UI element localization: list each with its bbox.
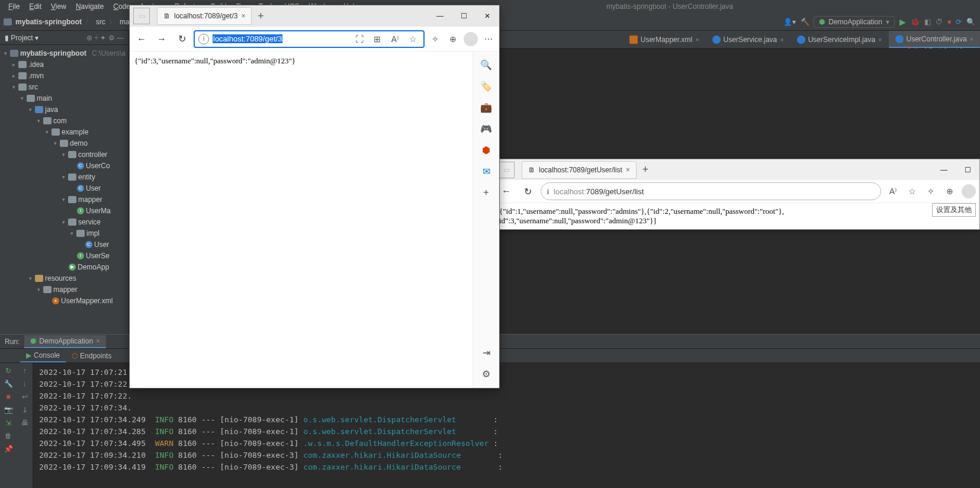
hammer-icon[interactable]: 🔨: [801, 18, 809, 26]
collections-icon[interactable]: ⊕: [446, 32, 460, 46]
browser2-tab[interactable]: 🗎localhost:7089/getUser/list×: [522, 161, 637, 179]
run-tab-demoapp[interactable]: ⬢DemoApplication×: [24, 335, 106, 348]
run-config-selector[interactable]: ⬢ DemoApplication ▾: [814, 16, 895, 28]
close-icon[interactable]: ×: [626, 166, 630, 174]
settings-icon[interactable]: ⚙: [479, 367, 493, 381]
tree-user[interactable]: CUser: [0, 182, 128, 194]
user-icon[interactable]: 👤▾: [783, 18, 796, 26]
project-header[interactable]: ▮ Project ▾ ⊕ ÷ ✦ ⚙ —: [0, 31, 128, 45]
menu-navigate[interactable]: Navigate: [72, 1, 107, 12]
outlook-icon[interactable]: ✉: [479, 164, 493, 178]
read-aloud-icon[interactable]: A⁾: [388, 32, 402, 46]
camera-icon[interactable]: 📷: [4, 406, 13, 414]
tab-actions-button[interactable]: ▭: [498, 162, 515, 178]
minimize-button[interactable]: —: [428, 7, 452, 25]
console-tab[interactable]: ▶Console: [20, 349, 66, 362]
profile-button[interactable]: ⏱: [936, 18, 943, 26]
tree-demo[interactable]: ▾demo: [0, 137, 128, 149]
shopping-icon[interactable]: 🏷️: [479, 79, 493, 93]
tab-userservice[interactable]: UserService.java×: [706, 31, 791, 48]
tree-service[interactable]: ▾service: [0, 216, 128, 227]
close-icon[interactable]: ×: [878, 36, 882, 43]
new-tab-button[interactable]: +: [637, 161, 654, 179]
minimize-button[interactable]: —: [932, 161, 956, 179]
scroll-icon[interactable]: ⤓: [22, 406, 28, 414]
profile-icon[interactable]: [464, 32, 478, 46]
address-bar[interactable]: i localhost:7089/getUser/list: [541, 182, 881, 200]
exit-icon[interactable]: ⇲: [5, 419, 11, 427]
trash-icon[interactable]: 🗑: [5, 432, 12, 440]
favorites-bar-icon[interactable]: ✧: [924, 184, 938, 198]
stop-icon[interactable]: ■: [6, 393, 10, 401]
enter-immersive-icon[interactable]: ⛶: [352, 32, 367, 46]
close-window-button[interactable]: ✕: [475, 7, 499, 25]
reload-button[interactable]: ↻: [519, 183, 536, 200]
menu-file[interactable]: File: [5, 1, 23, 12]
down-icon[interactable]: ↓: [23, 380, 27, 388]
grid-icon[interactable]: ⊞: [370, 32, 384, 46]
stop-button[interactable]: ■: [947, 18, 951, 25]
tree-main[interactable]: ▾main: [0, 92, 128, 104]
plus-icon[interactable]: +: [479, 185, 493, 200]
more-icon[interactable]: ⋯: [481, 32, 496, 46]
print-icon[interactable]: 🖶: [21, 419, 28, 427]
tree-usermapper-xml[interactable]: xUserMapper.xml: [0, 295, 128, 306]
favorites-bar-icon[interactable]: ✧: [428, 32, 442, 46]
tree-demoapp[interactable]: ▶DemoApp: [0, 261, 128, 272]
tree-userservice[interactable]: IUserSe: [0, 250, 128, 261]
close-icon[interactable]: ×: [241, 12, 245, 20]
profile-icon[interactable]: [962, 184, 976, 198]
tree-resources[interactable]: ▾resources: [0, 272, 128, 284]
collections-icon[interactable]: ⊕: [943, 184, 957, 198]
close-icon[interactable]: ×: [970, 36, 973, 43]
tab-userserviceimpl[interactable]: UserServiceImpl.java×: [791, 31, 889, 48]
tool-icon[interactable]: 🔧: [4, 380, 13, 388]
read-aloud-icon[interactable]: A⁾: [886, 184, 900, 198]
new-tab-button[interactable]: +: [252, 7, 269, 25]
tab-actions-button[interactable]: ▭: [133, 8, 150, 24]
tree-usermapper[interactable]: IUserMa: [0, 205, 128, 216]
hide-sidebar-icon[interactable]: ⇥: [479, 345, 493, 359]
tools-icon[interactable]: 💼: [479, 100, 493, 114]
git-pull-icon[interactable]: ⟳: [956, 18, 962, 26]
tree-res-mapper[interactable]: ▾mapper: [0, 284, 128, 295]
search-icon[interactable]: 🔍: [479, 57, 493, 72]
tree-example[interactable]: ▾example: [0, 126, 128, 137]
site-info-icon[interactable]: i: [547, 187, 549, 196]
up-icon[interactable]: ↑: [23, 367, 27, 375]
tree-userimpl[interactable]: CUser: [0, 239, 128, 250]
pin-icon[interactable]: 📌: [4, 445, 13, 453]
reload-button[interactable]: ↻: [173, 31, 190, 47]
tree-entity[interactable]: ▾entity: [0, 171, 128, 182]
debug-button[interactable]: 🐞: [911, 18, 920, 26]
tree-userco[interactable]: CUserCo: [0, 160, 128, 171]
tree-controller[interactable]: ▾controller: [0, 149, 128, 160]
tree-mvn[interactable]: ▸.mvn: [0, 70, 128, 81]
tree-java[interactable]: ▾java: [0, 104, 128, 115]
site-info-icon[interactable]: i: [198, 34, 209, 44]
menu-view[interactable]: View: [47, 1, 70, 12]
tree-root[interactable]: ▾mybatis-springboot C:\Users\a: [0, 47, 128, 59]
tree-impl[interactable]: ▾impl: [0, 227, 128, 239]
endpoints-tab[interactable]: ⬡Endpoints: [66, 350, 117, 362]
crumb-src[interactable]: src: [94, 17, 108, 27]
games-icon[interactable]: 🎮: [479, 121, 493, 136]
tree-idea[interactable]: ▸.idea: [0, 59, 128, 70]
run-button[interactable]: ▶: [899, 17, 906, 27]
tree-src[interactable]: ▾src: [0, 81, 128, 92]
tree-mapper[interactable]: ▾mapper: [0, 194, 128, 205]
rerun-icon[interactable]: ↻: [5, 367, 11, 375]
favorite-icon[interactable]: ☆: [406, 32, 420, 46]
back-button[interactable]: ←: [133, 31, 150, 47]
close-icon[interactable]: ×: [695, 36, 699, 43]
favorite-icon[interactable]: ☆: [905, 184, 919, 198]
maximize-button[interactable]: ☐: [956, 161, 979, 179]
tree-com[interactable]: ▾com: [0, 115, 128, 126]
close-icon[interactable]: ×: [780, 36, 783, 43]
wrap-icon[interactable]: ↩: [22, 393, 28, 401]
office-icon[interactable]: ⬢: [479, 143, 493, 157]
browser1-tab[interactable]: 🗎localhost:7089/get/3×: [157, 7, 252, 25]
maximize-button[interactable]: ☐: [452, 7, 475, 25]
address-bar[interactable]: i localhost:7089/get/3 ⛶ ⊞ A⁾ ☆: [194, 30, 425, 48]
tab-usercontroller[interactable]: UserController.java×: [889, 31, 980, 48]
